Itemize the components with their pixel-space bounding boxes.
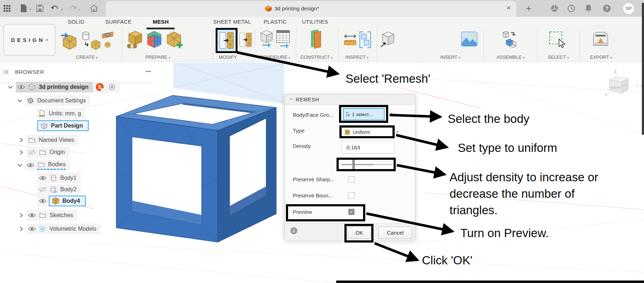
collapse-panel-icon[interactable] [3, 69, 9, 75]
visibility-eye-icon[interactable] [17, 83, 25, 91]
redo-icon[interactable] [69, 5, 77, 12]
density-slider-handle[interactable] [352, 160, 355, 169]
chevron-right-icon[interactable] [17, 225, 25, 233]
tessellate-button[interactable] [101, 30, 114, 50]
insert-derive-button[interactable] [380, 30, 395, 49]
visibility-off-eye-icon[interactable] [39, 186, 47, 193]
dialog-header[interactable]: − REMESH [285, 95, 415, 105]
avatar[interactable]: SP [623, 3, 634, 14]
chevron-down-icon[interactable] [6, 83, 14, 91]
clear-selection-icon[interactable]: × [390, 111, 393, 117]
tree-row-units[interactable]: Units: mm, g [37, 108, 85, 119]
extensions-icon[interactable] [550, 4, 559, 13]
tree-row-part-design[interactable]: Part Design [37, 120, 89, 131]
panel-resize-handle[interactable] [146, 71, 151, 72]
group-select[interactable]: SELECT ▾ [548, 54, 569, 60]
measure-button[interactable] [343, 32, 357, 48]
reduce-button[interactable] [239, 30, 253, 50]
preserve-sharp-checkbox[interactable] [348, 176, 354, 182]
sync-badge-icon[interactable]: S [96, 83, 104, 91]
construct-plane-button[interactable] [309, 29, 323, 49]
insert-canvas-button[interactable] [461, 31, 478, 47]
tab-solid[interactable]: SOLID [68, 19, 85, 25]
workspace-selector[interactable]: D E S I G N ▾ [4, 24, 55, 56]
configuration-table-button[interactable] [275, 29, 291, 49]
visibility-eye-icon[interactable] [28, 225, 36, 233]
tree-row-sketches[interactable]: Sketches [17, 210, 77, 221]
chevron-right-icon[interactable] [17, 148, 25, 156]
select-tool-button[interactable] [548, 30, 565, 48]
tree-row-body4[interactable]: Body4 [37, 196, 86, 206]
visibility-eye-icon[interactable] [39, 197, 47, 205]
group-modify[interactable]: MODIFY [219, 54, 237, 60]
tab-surface[interactable]: SURFACE [105, 19, 132, 25]
density-input[interactable] [342, 141, 394, 154]
group-construct[interactable]: CONSTRUCT ▾ [300, 54, 333, 60]
preserve-boundary-checkbox[interactable] [348, 192, 354, 198]
selection-button[interactable]: 1 select... [343, 108, 385, 120]
undo-icon[interactable] [50, 5, 59, 12]
section-analysis-button[interactable] [358, 30, 372, 49]
group-assemble[interactable]: ASSEMBLE ▾ [497, 54, 525, 60]
help-icon[interactable]: ? [603, 5, 611, 12]
notifications-bell-icon[interactable] [584, 4, 592, 13]
visibility-eye-icon[interactable] [28, 211, 36, 219]
mesh-sections-button[interactable] [146, 30, 163, 48]
chevron-right-icon[interactable] [17, 211, 25, 219]
visibility-off-eye-icon[interactable] [28, 148, 36, 156]
visibility-eye-icon[interactable] [27, 161, 34, 169]
view-cube[interactable]: RIGHT BAC Z Y X [605, 68, 644, 102]
new-component-button[interactable] [501, 30, 519, 49]
chevron-down-icon[interactable] [16, 97, 24, 105]
tree-row-document-settings[interactable]: Document Settings [16, 95, 90, 106]
tree-row-volumetric-models[interactable]: Volumetric Models [17, 224, 101, 234]
job-status-icon[interactable] [567, 4, 575, 13]
type-dropdown-caret-icon[interactable]: ▾ [396, 130, 399, 134]
file-menu-caret-icon[interactable]: ▾ [29, 8, 31, 11]
tree-row-body2[interactable]: Body2 [37, 184, 81, 195]
close-tab-icon[interactable]: × [507, 4, 511, 12]
chevron-down-icon[interactable] [16, 161, 24, 169]
generate-face-groups-button[interactable] [165, 30, 183, 48]
type-dropdown[interactable]: Uniform [342, 128, 393, 136]
group-insert[interactable]: INSERT ▾ [440, 54, 460, 60]
group-inspect[interactable]: INSPECT ▾ [345, 54, 368, 60]
insert-mesh-button[interactable] [61, 30, 78, 50]
collapse-dialog-icon[interactable]: − [290, 96, 293, 102]
app-grid-icon[interactable] [4, 5, 11, 12]
tab-plastic[interactable]: PLASTIC [264, 19, 287, 25]
new-tab-icon[interactable]: + [526, 3, 531, 14]
tree-row-origin[interactable]: Origin [17, 147, 69, 158]
remesh-button[interactable] [216, 28, 238, 53]
model-body[interactable] [111, 90, 283, 247]
tree-row-named-views[interactable]: Named Views [17, 135, 78, 145]
tab-mesh[interactable]: MESH [153, 19, 169, 25]
group-create[interactable]: CREATE ▾ [76, 54, 98, 60]
group-configure[interactable]: CONFIGURE ▾ [259, 54, 290, 60]
repair-mesh-button[interactable] [126, 30, 143, 49]
tree-row-root[interactable]: 3d printing design S [6, 82, 120, 92]
save-icon[interactable] [36, 4, 44, 12]
ground-to-parent-icon[interactable] [108, 83, 116, 91]
export-button[interactable] [591, 30, 610, 49]
configure-button[interactable] [259, 29, 274, 49]
undo-menu-caret-icon[interactable]: ▾ [61, 8, 63, 11]
cancel-button[interactable]: Cancel [378, 227, 412, 239]
tree-row-body1[interactable]: Body1 [37, 173, 81, 183]
chevron-right-icon[interactable] [17, 136, 25, 144]
group-prepare[interactable]: PREPARE ▾ [145, 54, 170, 60]
tree-row-bodies[interactable]: Bodies [16, 160, 70, 171]
tab-utilities[interactable]: UTILITIES [302, 19, 328, 25]
redo-menu-caret-icon[interactable]: ▾ [78, 8, 80, 11]
info-icon[interactable]: i [290, 227, 297, 234]
group-export[interactable]: EXPORT ▾ [590, 54, 612, 60]
visibility-eye-icon[interactable] [39, 174, 47, 182]
convert-mesh-button[interactable] [80, 30, 100, 50]
ok-button[interactable]: OK [348, 227, 371, 239]
home-icon[interactable] [90, 4, 98, 13]
preview-checkbox[interactable]: ✓ [348, 209, 354, 215]
tab-sheet-metal[interactable]: SHEET METAL [213, 19, 251, 25]
new-file-icon[interactable] [20, 4, 27, 13]
annotation-density-line1: Adjust density to increase or [450, 171, 598, 184]
title-bar: ▾ ▾ ▾ 3d printing design* × + ? SP [0, 0, 644, 17]
